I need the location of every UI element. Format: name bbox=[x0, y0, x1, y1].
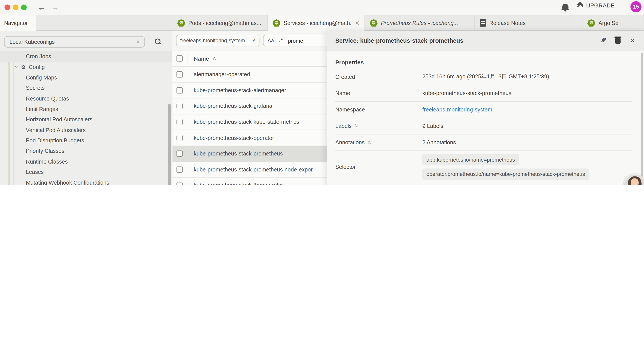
tab-label: Release Notes bbox=[489, 20, 526, 26]
detail-header: Service: kube-prometheus-stack-prometheu… bbox=[327, 31, 644, 50]
service-name: kube-prometheus-stack-operator bbox=[194, 135, 274, 141]
sidebar-item-label: Limit Ranges bbox=[26, 106, 58, 112]
tab-label: Prometheus Rules - icecheng... bbox=[381, 20, 458, 26]
notification-count-badge[interactable]: 15 bbox=[630, 1, 642, 12]
row-checkbox[interactable] bbox=[176, 135, 182, 141]
row-checkbox[interactable] bbox=[176, 71, 182, 77]
tab-argo-se[interactable]: Argo Se bbox=[582, 15, 644, 31]
table-row-kube-prometheus-stack-grafana[interactable]: kube-prometheus-stack-grafana bbox=[172, 98, 327, 114]
sidebar-item-cron-jobs[interactable]: Cron Jobs bbox=[0, 51, 172, 62]
cluster-tabs: Pods - icecheng@mathmas...Services - ice… bbox=[172, 15, 644, 31]
window-titlebar: ← → UPGRADE 15 bbox=[0, 0, 644, 15]
sidebar-item-label: Cron Jobs bbox=[26, 53, 51, 59]
document-icon bbox=[480, 19, 486, 27]
maximize-window-button[interactable] bbox=[21, 4, 26, 10]
tab-navigator[interactable]: Navigator bbox=[0, 15, 36, 31]
table-row-kube-prometheus-stack-operator[interactable]: kube-prometheus-stack-operator bbox=[172, 130, 327, 146]
table-row-kube-prometheus-stack-prometheus-node-expor[interactable]: kube-prometheus-stack-prometheus-node-ex… bbox=[172, 162, 327, 178]
name-column-header[interactable]: Name bbox=[194, 55, 209, 62]
detail-label: Labels bbox=[335, 123, 422, 129]
column-divider bbox=[188, 53, 188, 64]
match-case-toggle[interactable]: Aa bbox=[268, 38, 274, 43]
back-button[interactable]: ← bbox=[38, 1, 46, 13]
sidebar-item-label: Priority Classes bbox=[26, 148, 64, 154]
sidebar-item-priority-classes[interactable]: Priority Classes bbox=[0, 146, 172, 156]
sidebar-item-secrets[interactable]: Secrets bbox=[0, 83, 172, 93]
regex-toggle[interactable]: .* bbox=[279, 38, 283, 43]
forward-button[interactable]: → bbox=[51, 1, 59, 13]
row-checkbox[interactable] bbox=[176, 166, 182, 173]
sidebar-scrollbar[interactable] bbox=[168, 104, 171, 185]
service-name: kube-prometheus-stack-prometheus-node-ex… bbox=[194, 166, 312, 173]
row-checkbox[interactable] bbox=[176, 182, 182, 185]
upgrade-button[interactable]: UPGRADE bbox=[578, 2, 615, 8]
service-search-box[interactable]: Aa .* prome bbox=[263, 35, 327, 46]
detail-label: Name bbox=[335, 90, 422, 96]
row-checkbox[interactable] bbox=[176, 151, 182, 157]
namespace-link[interactable]: freeleaps-monitoring-system bbox=[422, 107, 492, 113]
gear-icon bbox=[20, 64, 27, 70]
table-row-kube-prometheus-stack-kube-state-metrics[interactable]: kube-prometheus-stack-kube-state-metrics bbox=[172, 114, 327, 130]
sidebar-item-leases[interactable]: Leases bbox=[0, 167, 172, 177]
service-name: kube-prometheus-stack-thanos-ruler bbox=[194, 182, 283, 185]
row-checkbox[interactable] bbox=[176, 119, 182, 125]
sidebar-item-label: Pod Disruption Budgets bbox=[26, 137, 84, 144]
detail-row-name: Namekube-prometheus-stack-prometheus bbox=[335, 85, 632, 101]
search-input[interactable]: prome bbox=[288, 37, 303, 43]
kubeconfig-selector[interactable]: Local Kubeconfigs bbox=[4, 36, 145, 47]
sort-updown-icon[interactable] bbox=[367, 140, 371, 145]
service-name: kube-prometheus-stack-alertmanager bbox=[194, 87, 286, 93]
detail-label: Created bbox=[335, 74, 422, 80]
sidebar-item-resource-quotas[interactable]: Resource Quotas bbox=[0, 93, 172, 104]
value-chip: app.kubernetes.io/name=prometheus bbox=[422, 154, 519, 165]
minimize-window-button[interactable] bbox=[13, 4, 18, 10]
tab-label: Argo Se bbox=[598, 20, 618, 26]
detail-label: Selector bbox=[335, 164, 422, 170]
row-checkbox[interactable] bbox=[176, 87, 182, 93]
close-tab-icon[interactable] bbox=[355, 20, 360, 26]
sidebar-item-label: Secrets bbox=[26, 85, 45, 91]
section-properties: PropertiesCreated253d 16h 6m ago (2025年1… bbox=[335, 56, 632, 185]
tab-services-icecheng-math[interactable]: Services - icecheng@math... bbox=[268, 15, 365, 31]
close-icon[interactable] bbox=[630, 37, 635, 44]
tab-release-notes[interactable]: Release Notes bbox=[475, 15, 582, 31]
row-checkbox[interactable] bbox=[176, 103, 182, 109]
select-all-checkbox[interactable] bbox=[176, 55, 182, 61]
sidebar-item-pod-disruption-budgets[interactable]: Pod Disruption Budgets bbox=[0, 135, 172, 146]
chevron-down-icon bbox=[252, 38, 255, 43]
sidebar-item-horizontal-pod-autoscalers[interactable]: Horizontal Pod Autoscalers bbox=[0, 114, 172, 125]
tab-bar: Navigator Pods - icecheng@mathmas...Serv… bbox=[0, 15, 644, 31]
sidebar-item-config-maps[interactable]: Config Maps bbox=[0, 72, 172, 83]
notifications-bell-icon[interactable] bbox=[562, 4, 568, 9]
filter-row: freeleaps-monitoring-system Aa .* prome bbox=[172, 31, 327, 50]
close-window-button[interactable] bbox=[4, 4, 10, 10]
service-name: kube-prometheus-stack-prometheus bbox=[194, 151, 283, 157]
service-name: kube-prometheus-stack-grafana bbox=[194, 103, 272, 109]
sidebar-item-vertical-pod-autoscalers[interactable]: Vertical Pod Autoscalers bbox=[0, 125, 172, 135]
tab-label: Pods - icecheng@mathmas... bbox=[188, 20, 261, 26]
detail-row-annotations: Annotations2 Annotations bbox=[335, 134, 632, 150]
sidebar-item-runtime-classes[interactable]: Runtime Classes bbox=[0, 156, 172, 167]
table-row-kube-prometheus-stack-thanos-ruler[interactable]: kube-prometheus-stack-thanos-ruler bbox=[172, 178, 327, 185]
kubernetes-icon bbox=[588, 19, 595, 27]
detail-scrollbar[interactable] bbox=[641, 52, 643, 185]
tab-pods-icecheng-mathmas[interactable]: Pods - icecheng@mathmas... bbox=[172, 15, 268, 31]
delete-icon[interactable] bbox=[616, 38, 621, 44]
sidebar-item-limit-ranges[interactable]: Limit Ranges bbox=[0, 104, 172, 114]
namespace-filter-select[interactable]: freeleaps-monitoring-system bbox=[176, 35, 259, 46]
sidebar-item-label: Mutating Webhook Configurations bbox=[26, 180, 109, 185]
table-row-kube-prometheus-stack-alertmanager[interactable]: kube-prometheus-stack-alertmanager bbox=[172, 82, 327, 98]
sidebar-item-label: Runtime Classes bbox=[26, 159, 68, 165]
edit-icon[interactable] bbox=[600, 36, 606, 45]
sort-asc-icon[interactable] bbox=[213, 55, 216, 61]
chevron-down-icon[interactable] bbox=[14, 64, 19, 70]
sidebar-item-mutating-webhook-configurations[interactable]: Mutating Webhook Configurations bbox=[0, 177, 172, 185]
search-icon[interactable] bbox=[155, 38, 161, 45]
kubernetes-icon bbox=[272, 19, 280, 27]
table-row-alertmanager-operated[interactable]: alertmanager-operated bbox=[172, 67, 327, 82]
sidebar-item-config[interactable]: Config bbox=[0, 62, 172, 72]
sort-updown-icon[interactable] bbox=[354, 123, 358, 129]
service-rows: alertmanager-operatedkube-prometheus-sta… bbox=[172, 67, 327, 185]
tab-prometheus-rules-icecheng[interactable]: Prometheus Rules - icecheng... bbox=[365, 15, 475, 31]
table-row-kube-prometheus-stack-prometheus[interactable]: kube-prometheus-stack-prometheus bbox=[172, 146, 327, 162]
